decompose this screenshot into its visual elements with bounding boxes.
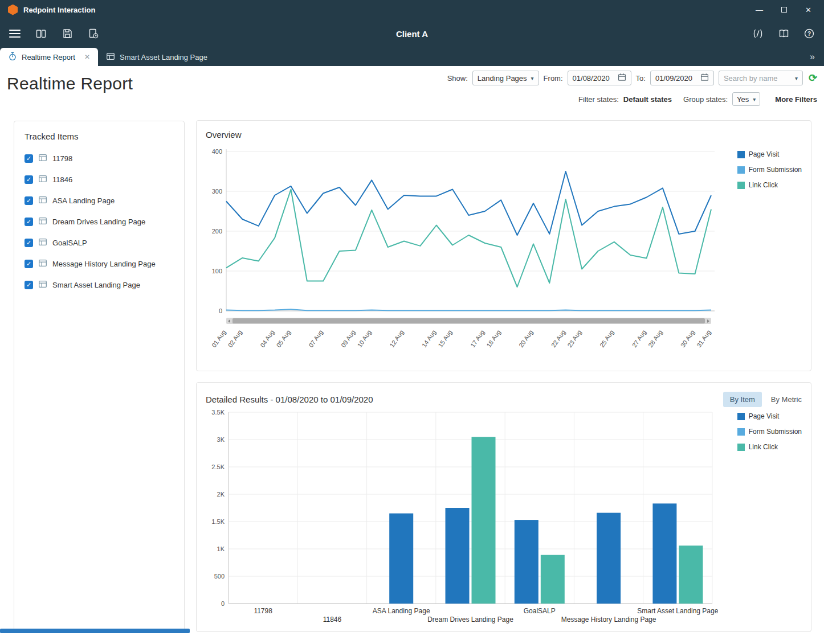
to-date-value: 01/09/2020	[655, 74, 692, 83]
tabbar: Realtime Report ✕ Smart Asset Landing Pa…	[0, 48, 824, 66]
tracked-item[interactable]: ✓ASA Landing Page	[25, 190, 177, 211]
table-icon	[38, 280, 47, 290]
checkbox-checked-icon[interactable]: ✓	[25, 175, 33, 184]
svg-text:28 Aug: 28 Aug	[647, 329, 663, 348]
help-icon[interactable]: ?	[803, 28, 815, 39]
horizontal-scrollbar-thumb[interactable]	[0, 629, 190, 633]
menu-icon[interactable]	[9, 30, 21, 38]
table-icon	[38, 216, 47, 227]
tracked-item[interactable]: ✓Message History Landing Page	[25, 253, 177, 274]
by-metric-button[interactable]: By Metric	[771, 395, 802, 404]
tracked-item-label: Smart Asset Landing Page	[52, 281, 140, 289]
group-states-label: Group states:	[683, 95, 728, 104]
tracked-item-label: ASA Landing Page	[52, 196, 115, 205]
tracked-item-label: Dream Drives Landing Page	[52, 218, 145, 226]
by-item-button[interactable]: By Item	[723, 392, 762, 407]
group-states-value: Yes	[737, 95, 749, 104]
checkbox-checked-icon[interactable]: ✓	[25, 239, 33, 247]
legend-label: Form Submission	[749, 428, 802, 436]
checkbox-checked-icon[interactable]: ✓	[25, 154, 33, 163]
svg-text:23 Aug: 23 Aug	[566, 329, 582, 348]
table-icon	[38, 153, 47, 164]
chevron-down-icon: ▾	[753, 96, 756, 102]
svg-text:15 Aug: 15 Aug	[437, 329, 453, 348]
svg-text:30 Aug: 30 Aug	[679, 329, 696, 348]
tab-close-icon[interactable]: ✕	[84, 53, 90, 61]
from-date-value: 01/08/2020	[573, 74, 610, 83]
filter-row-secondary: Filter states: Default states Group stat…	[578, 92, 817, 106]
tracked-item-label: 11846	[52, 175, 72, 184]
svg-text:14 Aug: 14 Aug	[421, 329, 437, 348]
dashboards-icon[interactable]	[35, 28, 47, 39]
app-logo-icon	[8, 5, 18, 15]
detailed-panel: Detailed Results - 01/08/2020 to 01/09/2…	[196, 382, 811, 632]
svg-text:ASA Landing Page: ASA Landing Page	[373, 607, 430, 615]
show-select-value: Landing Pages	[478, 74, 527, 83]
tracked-item[interactable]: ✓GoalSALP	[25, 232, 177, 253]
svg-text:22 Aug: 22 Aug	[550, 329, 566, 348]
minimize-button[interactable]: —	[756, 6, 763, 14]
titlebar: Redpoint Interaction — ✕	[0, 0, 824, 19]
tracked-item[interactable]: ✓Smart Asset Landing Page	[25, 274, 177, 296]
svg-text:18 Aug: 18 Aug	[485, 329, 501, 348]
table-icon	[38, 174, 47, 185]
checkbox-checked-icon[interactable]: ✓	[25, 196, 33, 205]
chart-scrollbar-thumb[interactable]	[232, 318, 705, 323]
search-input[interactable]: Search by name ▾	[719, 71, 803, 85]
table-icon	[38, 237, 47, 248]
svg-text:100: 100	[212, 268, 222, 274]
close-button[interactable]: ✕	[805, 6, 811, 14]
filter-row-primary: Show: Landing Pages ▾ From: 01/08/2020 T…	[447, 71, 817, 85]
svg-text:Dream Drives Landing Page: Dream Drives Landing Page	[427, 616, 513, 624]
client-title: Client A	[0, 29, 824, 39]
calendar-icon[interactable]	[700, 73, 709, 83]
more-filters-button[interactable]: More Filters	[775, 95, 817, 104]
tab-label: Realtime Report	[22, 53, 75, 61]
legend-swatch-icon	[737, 151, 745, 158]
svg-text:0: 0	[219, 307, 222, 314]
scroll-right-icon[interactable]	[707, 319, 709, 323]
docs-book-icon[interactable]	[778, 28, 790, 39]
checkbox-checked-icon[interactable]: ✓	[25, 281, 33, 289]
chart-scrollbar[interactable]	[226, 318, 711, 324]
tab-smart-asset-landing-page[interactable]: Smart Asset Landing Page	[98, 48, 215, 66]
svg-text:400: 400	[212, 148, 222, 155]
detailed-chart: 05001K1.5K2K2.5K3K3.5K1179811846ASA Land…	[202, 405, 718, 631]
legend-swatch-icon	[737, 413, 745, 420]
overview-title: Overview	[206, 130, 802, 140]
from-date-input[interactable]: 01/08/2020	[568, 71, 631, 85]
tracked-item[interactable]: ✓11846	[25, 169, 177, 190]
filter-states-value[interactable]: Default states	[623, 95, 672, 104]
tracked-item[interactable]: ✓11798	[25, 148, 177, 169]
table-icon	[38, 195, 47, 206]
svg-text:500: 500	[214, 573, 225, 580]
chart-legend: Page VisitForm SubmissionLink Click	[737, 150, 802, 189]
calendar-icon[interactable]	[618, 73, 626, 83]
legend-label: Link Click	[749, 443, 778, 451]
api-icon[interactable]	[752, 28, 764, 39]
tracked-item[interactable]: ✓Dream Drives Landing Page	[25, 211, 177, 232]
checkbox-checked-icon[interactable]: ✓	[25, 218, 33, 226]
refresh-icon[interactable]: ⟳	[809, 72, 817, 84]
to-date-input[interactable]: 01/09/2020	[650, 71, 714, 85]
save-icon[interactable]	[62, 28, 73, 39]
maximize-button[interactable]	[781, 6, 787, 14]
legend-item: Form Submission	[737, 166, 802, 174]
legend-item: Page Visit	[737, 412, 802, 420]
checkbox-checked-icon[interactable]: ✓	[25, 260, 33, 268]
tab-realtime-report[interactable]: Realtime Report ✕	[0, 48, 98, 66]
svg-text:02 Aug: 02 Aug	[227, 329, 243, 348]
scheduled-report-icon[interactable]	[88, 28, 99, 39]
legend-swatch-icon	[737, 428, 745, 436]
tab-overflow-icon[interactable]: »	[801, 52, 824, 62]
svg-text:2K: 2K	[217, 491, 225, 498]
svg-text:Smart Asset Landing Page: Smart Asset Landing Page	[637, 607, 718, 615]
svg-text:09 Aug: 09 Aug	[340, 329, 356, 348]
svg-text:10 Aug: 10 Aug	[356, 329, 372, 348]
show-select[interactable]: Landing Pages ▾	[472, 71, 539, 85]
svg-text:1K: 1K	[217, 545, 225, 552]
scroll-left-icon[interactable]	[228, 319, 230, 323]
tracked-items-panel: Tracked Items ✓11798✓11846✓ASA Landing P…	[14, 121, 185, 632]
svg-text:04 Aug: 04 Aug	[259, 329, 275, 348]
group-states-select[interactable]: Yes ▾	[732, 92, 760, 106]
